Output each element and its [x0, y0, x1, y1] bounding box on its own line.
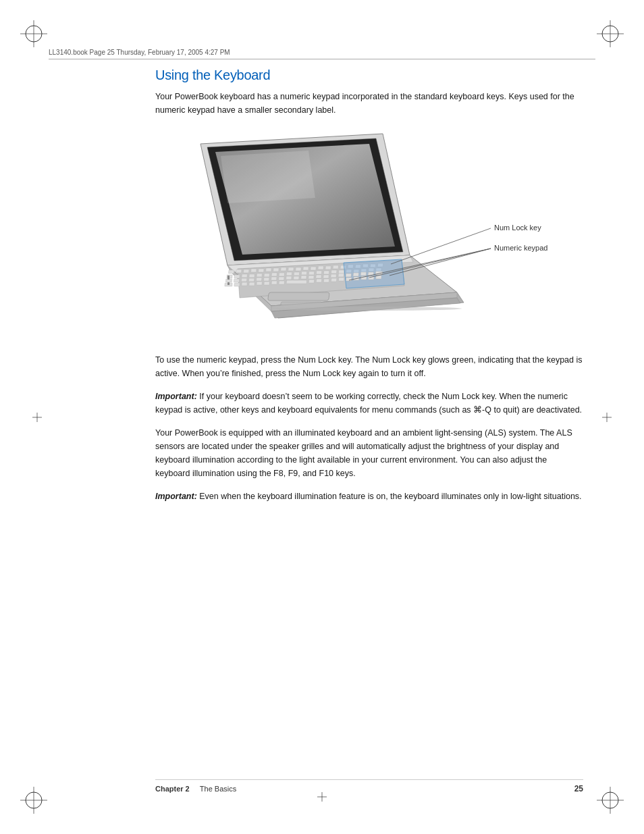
svg-rect-54: [338, 270, 344, 273]
svg-rect-72: [316, 275, 321, 278]
cross-marker-right: [602, 413, 612, 422]
svg-rect-86: [264, 282, 269, 285]
svg-rect-21: [251, 269, 257, 272]
svg-rect-22: [259, 269, 264, 272]
svg-rect-73: [323, 275, 329, 278]
svg-rect-68: [286, 276, 292, 280]
corner-mark-tr: [597, 20, 624, 47]
svg-rect-71: [308, 276, 314, 279]
svg-rect-75: [338, 273, 344, 277]
svg-rect-78: [360, 272, 366, 276]
cross-marker-bottom: [317, 792, 327, 802]
svg-rect-69: [294, 276, 299, 280]
page-header-info: LL3140.book Page 25 Thursday, February 1…: [49, 49, 595, 59]
svg-text:Num Lock key: Num Lock key: [494, 224, 541, 232]
svg-rect-94: [338, 278, 344, 281]
svg-rect-32: [333, 265, 338, 269]
svg-rect-20: [244, 269, 249, 273]
svg-rect-31: [325, 266, 331, 269]
page-container: LL3140.book Page 25 Thursday, February 1…: [0, 0, 644, 834]
svg-rect-62: [241, 278, 246, 282]
content-area: Using the Keyboard Your PowerBook keyboa…: [155, 68, 583, 766]
svg-rect-74: [331, 274, 336, 278]
header-text: LL3140.book Page 25 Thursday, February 1…: [49, 49, 230, 56]
svg-rect-25: [281, 267, 286, 271]
svg-rect-95: [346, 278, 351, 281]
page-footer: Chapter 2 The Basics 25: [155, 779, 583, 793]
svg-rect-46: [279, 273, 284, 276]
svg-rect-40: [234, 275, 240, 278]
svg-rect-85: [257, 282, 262, 285]
svg-rect-19: [236, 269, 242, 273]
svg-rect-102: [227, 276, 230, 280]
laptop-illustration: Num Lock key Numeric keypad: [155, 130, 583, 340]
svg-rect-43: [257, 273, 262, 277]
svg-rect-42: [249, 274, 254, 278]
important2-label: Important:: [155, 492, 197, 501]
important-paragraph-2: Important: Even when the keyboard illumi…: [155, 490, 583, 503]
footer-page-number: 25: [574, 784, 583, 793]
svg-text:Numeric keypad: Numeric keypad: [494, 244, 547, 252]
footer-spacer: [192, 785, 198, 793]
corner-mark-bl: [20, 787, 47, 814]
svg-rect-87: [271, 281, 277, 284]
laptop-base-group: [225, 255, 464, 318]
svg-rect-70: [301, 276, 306, 279]
important-paragraph-1: Important: If your keyboard doesn’t seem…: [155, 390, 583, 417]
svg-rect-77: [353, 273, 358, 276]
svg-rect-41: [242, 274, 247, 278]
svg-rect-93: [331, 278, 336, 282]
svg-rect-61: [234, 279, 239, 282]
svg-rect-48: [294, 272, 299, 276]
svg-rect-30: [318, 266, 323, 269]
svg-rect-26: [288, 267, 294, 271]
svg-rect-27: [296, 267, 301, 271]
svg-rect-29: [311, 267, 316, 270]
svg-rect-45: [271, 273, 277, 276]
footer-chapter-info: Chapter 2 The Basics: [155, 785, 236, 793]
svg-rect-49: [301, 271, 306, 275]
laptop-svg: Num Lock key Numeric keypad: [155, 130, 583, 340]
svg-rect-18: [228, 270, 234, 273]
svg-rect-103: [227, 282, 230, 285]
svg-rect-83: [242, 282, 247, 286]
svg-rect-90: [308, 280, 314, 283]
important1-label: Important:: [155, 392, 197, 401]
svg-rect-53: [331, 270, 336, 273]
svg-rect-82: [234, 283, 240, 286]
svg-rect-88: [279, 281, 284, 284]
footer-chapter-name: The Basics: [200, 785, 236, 793]
svg-rect-91: [316, 279, 321, 282]
footer-chapter-label: Chapter 2: [155, 785, 190, 793]
corner-mark-tl: [20, 20, 47, 47]
svg-point-104: [273, 307, 462, 311]
svg-rect-52: [323, 271, 329, 274]
svg-rect-76: [346, 273, 351, 277]
svg-rect-28: [303, 267, 308, 270]
important1-text: If your keyboard doesn’t seem to be work…: [155, 392, 582, 415]
svg-rect-44: [264, 273, 269, 277]
svg-rect-100: [268, 292, 330, 301]
section-title: Using the Keyboard: [155, 68, 583, 83]
paragraph2: Your PowerBook is equipped with an illum…: [155, 426, 583, 480]
svg-rect-50: [308, 271, 314, 275]
svg-rect-66: [271, 277, 277, 280]
cross-marker-left: [32, 413, 42, 422]
intro-paragraph: Your PowerBook keyboard has a numeric ke…: [155, 90, 583, 117]
svg-rect-84: [249, 282, 254, 286]
svg-rect-23: [266, 268, 271, 271]
corner-mark-br: [597, 787, 624, 814]
svg-rect-51: [316, 271, 321, 274]
laptop-screen-group: [200, 134, 410, 265]
important2-text: Even when the keyboard illumination feat…: [197, 492, 582, 501]
svg-rect-65: [263, 278, 269, 281]
svg-rect-89: [286, 280, 306, 284]
svg-rect-64: [256, 278, 261, 281]
svg-rect-92: [323, 279, 329, 282]
svg-rect-47: [286, 272, 292, 276]
svg-rect-63: [248, 278, 254, 282]
paragraph1: To use the numeric keypad, press the Num…: [155, 353, 583, 380]
svg-rect-67: [279, 277, 284, 280]
svg-rect-24: [273, 268, 279, 271]
